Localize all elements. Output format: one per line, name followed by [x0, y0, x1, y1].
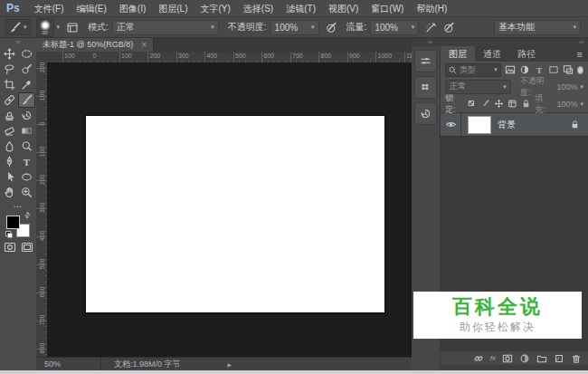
menu-item-7[interactable]: 视图(V)	[322, 4, 365, 14]
lock-transparent-pixels-icon[interactable]	[467, 99, 477, 109]
link-layers-icon[interactable]	[473, 353, 484, 364]
new-group-icon[interactable]	[536, 353, 547, 364]
v-ruler-label: 100	[39, 147, 45, 158]
layer-name: 背景	[498, 119, 516, 131]
lasso-tool[interactable]	[1, 62, 18, 77]
shape-tool[interactable]	[18, 169, 35, 185]
menu-item-0[interactable]: 文件(F)	[28, 4, 71, 14]
tab-channels[interactable]: 通道	[475, 46, 509, 62]
collapse-panels-icon[interactable]: ‹‹	[428, 39, 432, 46]
h-ruler-label: 100	[121, 53, 132, 59]
history-brush-tool[interactable]	[18, 108, 35, 123]
layer-visibility-toggle[interactable]	[441, 113, 461, 136]
tab-layers[interactable]: 图层	[441, 46, 475, 62]
document-tab[interactable]: 未标题-1 @ 50%(RGB/8) ×	[36, 38, 154, 52]
layer-filter-select[interactable]: 类型 ▾	[445, 63, 501, 77]
fill-select[interactable]: 100% ▾	[556, 100, 583, 109]
active-tool-preset[interactable]: ▾	[5, 19, 31, 35]
clone-stamp-tool[interactable]	[1, 108, 18, 123]
pressure-opacity-icon[interactable]	[326, 22, 337, 34]
opacity-value: 100%	[275, 23, 299, 33]
brush-tool[interactable]	[18, 92, 35, 108]
filter-pixel-layers-icon[interactable]	[505, 64, 516, 75]
blend-mode-select[interactable]: 正常 ▾	[112, 20, 219, 35]
layer-opacity-select[interactable]: 100% ▾	[556, 82, 583, 91]
edit-toolbar-dots[interactable]: •••	[0, 203, 36, 210]
eraser-tool[interactable]	[1, 123, 18, 139]
layer-lock-icon	[570, 120, 580, 129]
status-expand-icon[interactable]: ▶	[228, 361, 232, 368]
filter-toggle-icon[interactable]	[577, 66, 583, 74]
gradient-tool[interactable]	[18, 123, 35, 139]
layer-row-background[interactable]: 背景	[441, 113, 588, 137]
menu-item-5[interactable]: 选择(S)	[237, 4, 280, 14]
flow-select[interactable]: 100% ▾	[370, 20, 419, 35]
panel-menu-icon[interactable]: ≡	[572, 46, 588, 62]
layer-style-icon[interactable]: fx	[490, 355, 496, 362]
default-colors-icon[interactable]	[5, 231, 13, 238]
status-bar: 50% 文档:1.98M/0 字节 ▶	[36, 357, 412, 370]
lock-image-pixels-icon[interactable]	[480, 99, 490, 109]
close-icon[interactable]: ×	[141, 41, 147, 49]
lock-all-icon[interactable]	[521, 99, 531, 109]
menu-item-2[interactable]: 图像(I)	[113, 4, 152, 14]
h-ruler-label: 100	[64, 53, 75, 59]
quick-selection-tool[interactable]	[18, 62, 35, 77]
crop-tool[interactable]	[1, 77, 18, 92]
menu-item-9[interactable]: 帮助(H)	[410, 4, 453, 14]
foreground-color-swatch[interactable]	[6, 216, 20, 229]
lock-position-icon[interactable]	[494, 99, 504, 109]
menu-item-4[interactable]: 文字(Y)	[194, 4, 237, 14]
screen-mode-icon[interactable]	[21, 242, 33, 253]
pasteboard[interactable]	[47, 62, 412, 358]
photoshop-logo: Ps	[0, 2, 28, 14]
pen-tool[interactable]	[1, 154, 18, 169]
filter-smart-objects-icon[interactable]	[563, 64, 574, 75]
switch-colors-icon[interactable]: ⇄	[23, 210, 33, 220]
opacity-select[interactable]: 100% ▾	[270, 20, 319, 35]
zoom-level-field[interactable]: 50%	[36, 358, 101, 370]
filter-shape-layers-icon[interactable]	[548, 64, 559, 75]
swatches-panel-icon[interactable]	[414, 76, 437, 99]
menu-item-6[interactable]: 滤镜(T)	[280, 4, 322, 14]
layer-opacity-value: 100%	[556, 82, 577, 91]
eyedropper-tool[interactable]	[18, 77, 35, 92]
pressure-size-icon[interactable]	[443, 22, 455, 34]
adjustment-layer-icon[interactable]	[519, 353, 530, 364]
workspace-switcher[interactable]: 基本功能 ▾	[494, 20, 581, 35]
tab-paths[interactable]: 路径	[509, 46, 544, 62]
hand-tool[interactable]	[1, 185, 18, 200]
add-mask-icon[interactable]	[502, 353, 513, 364]
toolbar-collapse-button[interactable]: ‹‹	[0, 38, 36, 46]
h-ruler-label: 400	[207, 53, 218, 59]
marquee-tool[interactable]	[18, 46, 35, 62]
quick-mask-icon[interactable]	[4, 242, 16, 253]
menu-item-1[interactable]: 编辑(E)	[70, 4, 112, 14]
toggle-brush-panel-icon[interactable]	[66, 22, 79, 34]
filter-adjustment-layers-icon[interactable]	[519, 64, 530, 75]
h-ruler-label: 700	[292, 53, 303, 59]
blur-tool[interactable]	[1, 139, 18, 154]
collapse-panels-icon[interactable]: ‹‹	[579, 39, 583, 46]
menu-item-3[interactable]: 图层(L)	[152, 4, 194, 14]
dodge-tool[interactable]	[18, 139, 35, 154]
chevron-down-icon: ▾	[211, 24, 214, 31]
menu-item-8[interactable]: 窗口(W)	[365, 4, 410, 14]
path-selection-tool[interactable]	[1, 169, 18, 185]
delete-layer-icon[interactable]	[571, 353, 582, 364]
filter-type-layers-icon[interactable]: T	[534, 64, 545, 75]
brush-preset-picker[interactable]: 30	[36, 18, 54, 37]
history-panel-icon[interactable]	[414, 102, 437, 125]
layer-thumbnail[interactable]	[468, 116, 491, 134]
lock-artboard-icon[interactable]	[507, 99, 517, 109]
zoom-tool[interactable]	[18, 185, 35, 200]
move-tool[interactable]	[1, 46, 18, 62]
type-tool[interactable]: T	[18, 154, 35, 169]
new-layer-icon[interactable]	[554, 353, 564, 364]
canvas[interactable]	[86, 116, 384, 312]
v-ruler-label: 300	[39, 203, 45, 214]
airbrush-icon[interactable]	[425, 22, 437, 34]
color-panel-icon[interactable]	[414, 50, 437, 72]
watermark: 百科全说 助你轻松解决	[413, 292, 582, 339]
healing-brush-tool[interactable]	[1, 92, 18, 108]
